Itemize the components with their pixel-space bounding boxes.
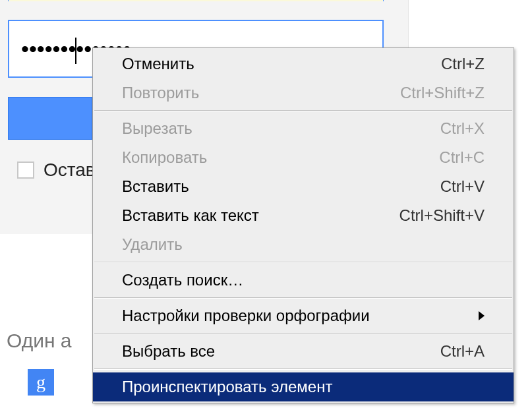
context-menu-item: КопироватьCtrl+C <box>93 143 514 172</box>
context-menu-item[interactable]: Вставить как текстCtrl+Shift+V <box>93 201 514 230</box>
context-menu-item[interactable]: Выбрать всеCtrl+A <box>93 337 514 366</box>
context-menu-item-shortcut: Ctrl+Z <box>441 55 485 73</box>
context-menu-item-label: Выбрать все <box>122 342 215 361</box>
context-menu-item-shortcut: Ctrl+V <box>440 177 485 196</box>
context-menu-item-label: Вырезать <box>122 119 192 138</box>
context-menu-item[interactable]: ОтменитьCtrl+Z <box>93 49 514 78</box>
context-menu-item-label: Отменить <box>122 55 194 73</box>
context-menu-item-label: Копировать <box>122 148 207 167</box>
context-menu-item[interactable]: Создать поиск… <box>93 266 514 295</box>
context-menu-item-label: Проинспектировать элемент <box>122 378 332 396</box>
context-menu-item: Удалить <box>93 230 514 259</box>
context-menu-item-label: Создать поиск… <box>122 271 243 289</box>
context-menu-separator <box>94 297 512 299</box>
context-menu-item: ВырезатьCtrl+X <box>93 114 514 143</box>
context-menu-item-shortcut: Ctrl+Shift+Z <box>400 84 485 102</box>
context-menu-item[interactable]: ВставитьCtrl+V <box>93 172 514 201</box>
stay-signed-in-row[interactable]: Остав <box>15 160 96 181</box>
signin-button[interactable] <box>8 97 92 140</box>
context-menu-item-label: Удалить <box>122 235 183 254</box>
context-menu-item: ПовторитьCtrl+Shift+Z <box>93 78 514 107</box>
context-menu-separator <box>94 333 512 334</box>
context-menu-item[interactable]: Настройки проверки орфографии <box>93 301 514 330</box>
context-menu: ОтменитьCtrl+ZПовторитьCtrl+Shift+ZВырез… <box>92 47 514 403</box>
email-field[interactable] <box>8 0 384 1</box>
context-menu-item-label: Повторить <box>122 84 199 102</box>
context-menu-separator <box>94 110 512 111</box>
context-menu-item-label: Вставить <box>122 177 189 196</box>
one-account-text: Один а <box>7 330 72 352</box>
context-menu-item-shortcut: Ctrl+X <box>440 119 485 138</box>
stay-signed-in-checkbox[interactable] <box>17 162 34 179</box>
context-menu-item-shortcut: Ctrl+Shift+V <box>399 206 485 225</box>
context-menu-separator <box>94 368 512 370</box>
password-mask-left: ••••••• <box>21 36 76 61</box>
chevron-right-icon <box>479 311 485 320</box>
google-g-icon: g <box>28 369 54 396</box>
stay-signed-in-label: Остав <box>44 160 96 181</box>
context-menu-item[interactable]: Проинспектировать элемент <box>93 372 514 401</box>
context-menu-item-shortcut: Ctrl+A <box>440 342 485 361</box>
context-menu-item-shortcut: Ctrl+C <box>439 148 485 167</box>
context-menu-item-label: Вставить как текст <box>122 206 259 225</box>
context-menu-separator <box>94 262 512 263</box>
context-menu-item-label: Настройки проверки орфографии <box>122 307 370 325</box>
